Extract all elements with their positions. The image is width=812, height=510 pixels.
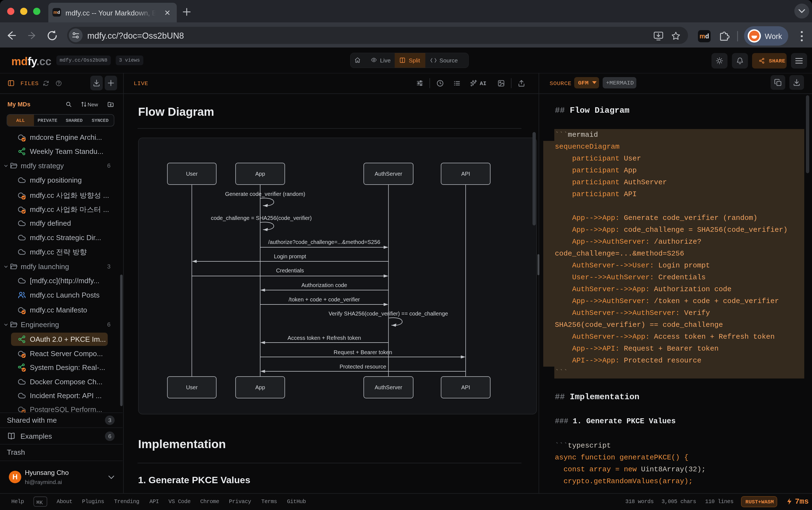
svg-text:API: API	[461, 384, 470, 390]
svg-text:Authorization code: Authorization code	[301, 282, 347, 288]
svg-text:User: User	[186, 384, 198, 390]
svg-text:Credentials: Credentials	[276, 267, 304, 274]
svg-text:AuthServer: AuthServer	[375, 384, 402, 390]
svg-text:Request + Bearer token: Request + Bearer token	[334, 349, 392, 355]
svg-text:/token + code + code_verifier: /token + code + code_verifier	[289, 296, 360, 303]
svg-text:Access token + Refresh token: Access token + Refresh token	[288, 335, 361, 341]
svg-text:Verify SHA256(code_verifier) =: Verify SHA256(code_verifier) == code_cha…	[329, 311, 448, 317]
svg-text:Login prompt: Login prompt	[274, 253, 306, 259]
svg-text:App: App	[255, 171, 265, 177]
svg-text:Protected resource: Protected resource	[340, 364, 386, 370]
svg-text:AuthServer: AuthServer	[375, 171, 402, 177]
svg-text:code_challenge = SHA256(code_v: code_challenge = SHA256(code_verifier)	[211, 215, 312, 221]
svg-text:Generate code_verifier (random: Generate code_verifier (random)	[225, 191, 305, 197]
svg-text:API: API	[461, 171, 470, 177]
svg-text:App: App	[255, 384, 265, 390]
svg-text:/authorize?code_challenge=...&: /authorize?code_challenge=...&method=S25…	[268, 239, 380, 245]
svg-text:User: User	[186, 171, 198, 177]
